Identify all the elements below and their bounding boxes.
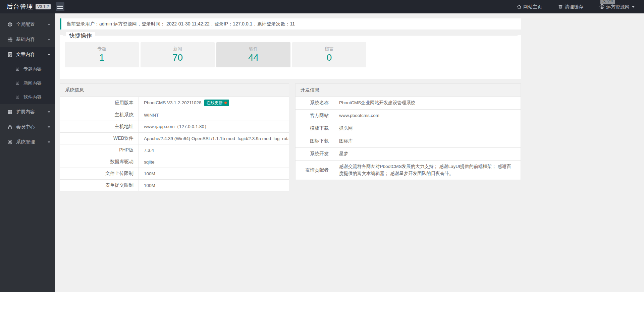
card-label: 专题 — [65, 42, 139, 52]
table-row: 主机系统WINNT — [60, 109, 289, 121]
quick-actions-panel: 快捷操作 专题 1 新闻 70 软件 44 — [60, 35, 521, 79]
row-label: PHP版 — [60, 144, 139, 156]
chevron-down-icon — [632, 6, 635, 8]
chevron-down-icon — [48, 126, 50, 128]
row-value: 7.3.4 — [139, 144, 289, 156]
chevron-up-icon — [48, 54, 50, 55]
sidebar-item-label: 新闻内容 — [23, 80, 42, 86]
sidebar-item-software-content[interactable]: 软件内容 — [0, 90, 55, 104]
table-row: 文件上传限制100M — [60, 168, 289, 180]
top-header: 后台管理V3.1.2 网站主页 清理缓存 远方资源网 文章6 — [0, 0, 644, 13]
sidebar-item-global-config[interactable]: 全局配置 — [0, 17, 55, 32]
sidebar-item-special-content[interactable]: 专题内容 — [0, 62, 55, 76]
main-content: 当前登录用户：admin 远方资源网，登录时间： 2022-01-30 11:4… — [55, 13, 644, 292]
system-info-title: 系统信息 — [60, 84, 289, 97]
alert-dot-icon — [224, 102, 227, 104]
card-label: 新闻 — [141, 42, 215, 52]
sidebar: 全局配置 基础内容 文章内容 专题内容 — [0, 13, 55, 292]
table-row: 主机地址www.rjapp.com（127.0.0.1:80） — [60, 121, 289, 133]
table-row: 系统名称PbootCMS企业网站开发建设管理系统 — [296, 97, 521, 110]
sidebar-item-system-management[interactable]: 系统管理 — [0, 134, 55, 149]
sidebar-item-news-content[interactable]: 新闻内容 — [0, 76, 55, 90]
nav-clear-cache[interactable]: 清理缓存 — [558, 0, 583, 13]
chevron-down-icon — [48, 39, 50, 41]
card-label: 软件 — [216, 42, 290, 52]
sidebar-item-label: 全局配置 — [16, 21, 35, 27]
app-title: 后台管理 — [6, 3, 33, 10]
sidebar-item-label: 基础内容 — [16, 37, 35, 43]
row-label: 表单提交限制 — [60, 180, 139, 191]
system-info-table: 系统信息 应用版本 PbootCMS V3.1.2-20211028在线更新 主… — [60, 83, 289, 191]
table-row: 官方网站www.pbootcms.com — [296, 109, 521, 122]
page-title: 后台管理V3.1.2 — [6, 0, 51, 13]
row-label: 应用版本 — [60, 97, 139, 109]
sidebar-item-label: 会员中心 — [16, 124, 35, 130]
sidebar-item-member-center[interactable]: 会员中心 — [0, 119, 55, 134]
trash-icon — [558, 4, 563, 9]
card-value: 70 — [141, 52, 215, 63]
table-row: 应用版本 PbootCMS V3.1.2-20211028在线更新 — [60, 97, 289, 109]
row-value: Apache/2.4.39 (Win64) OpenSSL/1.1.1b mod… — [139, 133, 289, 144]
dev-info-title: 开发信息 — [296, 84, 521, 97]
login-info-bar: 当前登录用户：admin 远方资源网，登录时间： 2022-01-30 11:4… — [60, 18, 521, 29]
table-row: 模板下载抓头网 — [296, 122, 521, 135]
card-value: 0 — [292, 52, 366, 63]
card-messages[interactable]: 留言 0 — [292, 42, 366, 67]
menu-toggle-button[interactable] — [56, 2, 64, 11]
table-row: 图标下载图标库 — [296, 135, 521, 147]
sidebar-item-label: 系统管理 — [16, 139, 35, 145]
dev-info-table: 开发信息 系统名称PbootCMS企业网站开发建设管理系统 官方网站www.pb… — [295, 83, 521, 180]
login-info-text: 当前登录用户：admin 远方资源网，登录时间： 2022-01-30 11:4… — [66, 21, 295, 26]
sidebar-group-article-content: 文章内容 专题内容 新闻内容 软件内容 — [0, 47, 55, 104]
nav-site-home[interactable]: 网站主页 — [517, 0, 542, 13]
gear-icon — [7, 139, 13, 145]
file-icon — [15, 80, 20, 86]
row-value: www.pbootcms.com — [334, 109, 521, 122]
quick-actions-fieldset: 快捷操作 — [63, 35, 518, 36]
info-tables: 系统信息 应用版本 PbootCMS V3.1.2-20211028在线更新 主… — [60, 83, 639, 191]
card-news[interactable]: 新闻 70 — [141, 42, 215, 67]
row-label: 主机系统 — [60, 109, 139, 121]
card-special-topics[interactable]: 专题 1 — [65, 42, 139, 67]
row-label: 友情贡献者 — [296, 160, 334, 180]
clipped-tooltip: 文章6 — [600, 0, 615, 4]
row-value: sqlite — [139, 156, 289, 168]
online-update-badge[interactable]: 在线更新 — [204, 100, 229, 106]
row-value: 100M — [139, 180, 289, 191]
row-label: 模板下载 — [296, 122, 334, 135]
row-value: www.rjapp.com（127.0.0.1:80） — [139, 121, 289, 133]
table-row: 友情贡献者感谢交流群各网友对PbootCMS发展的大力支持； 感谢LayUI提供… — [296, 160, 521, 180]
row-value: PbootCMS企业网站开发建设管理系统 — [334, 97, 521, 110]
sidebar-item-label: 专题内容 — [23, 66, 42, 72]
chevron-down-icon — [48, 111, 50, 113]
quick-action-cards: 专题 1 新闻 70 软件 44 留言 0 — [60, 42, 521, 67]
sliders-icon — [7, 37, 13, 42]
sidebar-item-label: 软件内容 — [23, 94, 42, 100]
card-value: 1 — [65, 52, 139, 63]
table-row: WEB软件Apache/2.4.39 (Win64) OpenSSL/1.1.1… — [60, 133, 289, 144]
row-value: 图标库 — [334, 135, 521, 147]
row-label: 文件上传限制 — [60, 168, 139, 180]
row-label: 官方网站 — [296, 109, 334, 122]
row-label: WEB软件 — [60, 133, 139, 144]
sidebar-item-label: 文章内容 — [16, 52, 35, 58]
table-row: PHP版7.3.4 — [60, 144, 289, 156]
grid-icon — [7, 109, 13, 115]
row-label: 系统开发 — [296, 147, 334, 160]
card-label: 留言 — [292, 42, 366, 52]
chevron-down-icon — [48, 24, 50, 25]
sidebar-item-extended-content[interactable]: 扩展内容 — [0, 104, 55, 119]
row-value: 抓头网 — [334, 122, 521, 135]
row-value: 星梦 — [334, 147, 521, 160]
header-nav: 网站主页 清理缓存 远方资源网 — [502, 0, 635, 13]
home-icon — [517, 4, 522, 9]
sidebar-item-article-content[interactable]: 文章内容 — [0, 47, 55, 62]
file-icon — [7, 52, 13, 57]
card-software[interactable]: 软件 44 — [216, 42, 290, 67]
table-row: 系统开发星梦 — [296, 147, 521, 160]
row-label: 图标下载 — [296, 135, 334, 147]
row-value: WINNT — [139, 109, 289, 121]
row-value: PbootCMS V3.1.2-20211028在线更新 — [139, 97, 289, 109]
sidebar-item-basic-content[interactable]: 基础内容 — [0, 32, 55, 47]
row-label: 系统名称 — [296, 97, 334, 110]
